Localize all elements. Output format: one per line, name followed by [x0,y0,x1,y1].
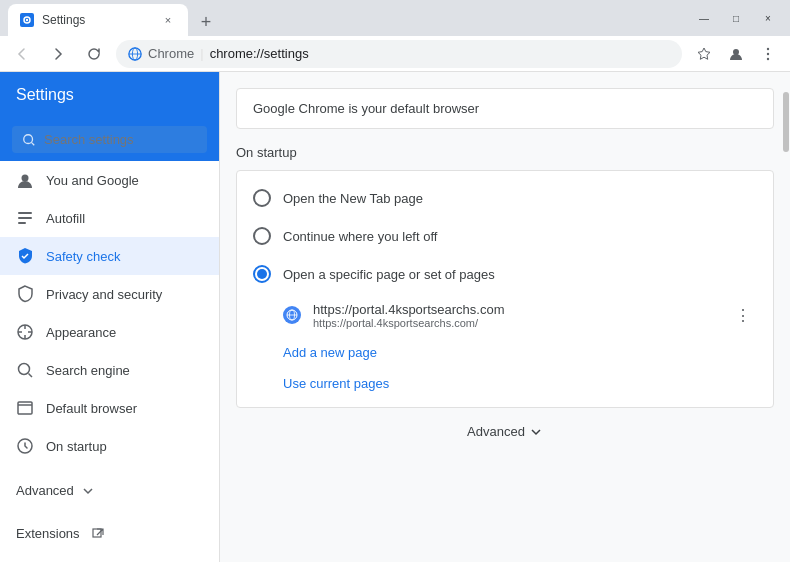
sidebar-item-you-google[interactable]: You and Google [0,161,219,199]
svg-point-16 [19,364,30,375]
sidebar-item-safety-check[interactable]: Safety check [0,237,219,275]
forward-button[interactable] [44,40,72,68]
scrollbar[interactable] [782,72,790,562]
address-actions [690,40,782,68]
startup-icon [16,437,34,455]
url-separator: | [200,46,203,61]
new-tab-button[interactable]: + [192,8,220,36]
page-url-info: https://portal.4ksportsearchs.com https:… [313,302,717,329]
tab-close-button[interactable]: × [160,12,176,28]
svg-line-17 [29,374,33,378]
sidebar-item-label: Safety check [46,249,120,264]
radio-label-specific-page: Open a specific page or set of pages [283,267,495,282]
bookmark-button[interactable] [690,40,718,68]
sidebar-item-extensions[interactable]: Extensions [0,516,219,551]
default-browser-text: Google Chrome is your default browser [253,101,479,116]
use-current-anchor[interactable]: Use current pages [283,376,389,391]
sidebar-item-label: You and Google [46,173,139,188]
radio-continue[interactable]: Continue where you left off [237,217,773,255]
autofill-icon [16,209,34,227]
browser-icon [16,399,34,417]
on-startup-title: On startup [236,145,774,160]
svg-rect-13 [18,217,32,219]
advanced-button-label: Advanced [467,424,525,439]
default-browser-banner: Google Chrome is your default browser [236,88,774,129]
profile-button[interactable] [722,40,750,68]
svg-point-9 [24,134,33,143]
sidebar-item-on-startup[interactable]: On startup [0,427,219,465]
sidebar-item-default-browser[interactable]: Default browser [0,389,219,427]
sidebar-item-label: Privacy and security [46,287,162,302]
radio-circle-new-tab [253,189,271,207]
content-area: Google Chrome is your default browser On… [220,72,790,562]
forward-icon [50,46,66,62]
search-icon [22,133,36,147]
svg-point-8 [767,57,769,59]
advanced-button[interactable]: Advanced [236,424,774,439]
browser-frame: Settings × + — □ × Chrome | chrome://set… [0,0,790,562]
radio-circle-continue [253,227,271,245]
sidebar-advanced-section[interactable]: Advanced [0,473,219,508]
privacy-icon [16,285,34,303]
advanced-label: Advanced [16,483,74,498]
add-page-anchor[interactable]: Add a new page [283,345,377,360]
startup-card: Open the New Tab page Continue where you… [236,170,774,408]
sidebar: Settings You and Google Aut [0,72,220,562]
external-link-icon [92,528,104,540]
search-engine-icon [16,361,34,379]
back-button[interactable] [8,40,36,68]
svg-point-11 [22,175,29,182]
use-current-link: Use current pages [237,368,773,399]
reload-button[interactable] [80,40,108,68]
window-controls: — □ × [690,4,782,32]
person-icon [728,46,744,62]
title-bar: Settings × + — □ × [0,0,790,36]
settings-icon [22,15,32,25]
sidebar-header: Settings [0,72,219,118]
person-icon [16,171,34,189]
svg-point-1 [26,19,28,21]
url-bar[interactable]: Chrome | chrome://settings [116,40,682,68]
main-layout: Settings You and Google Aut [0,72,790,562]
page-url-main: https://portal.4ksportsearchs.com [313,302,717,317]
sidebar-item-label: On startup [46,439,107,454]
sidebar-item-label: Appearance [46,325,116,340]
radio-label-continue: Continue where you left off [283,229,437,244]
tab-favicon [20,13,34,27]
menu-button[interactable] [754,40,782,68]
url-protocol: Chrome [148,46,194,61]
sidebar-item-about-chrome[interactable]: About Chrome [0,551,219,562]
sidebar-item-search-engine[interactable]: Search engine [0,351,219,389]
page-favicon [283,306,301,324]
globe-small-icon [286,309,298,321]
address-bar: Chrome | chrome://settings [0,36,790,72]
search-input[interactable] [44,132,197,147]
page-url-sub: https://portal.4ksportsearchs.com/ [313,317,717,329]
radio-specific-page[interactable]: Open a specific page or set of pages [237,255,773,293]
restore-button[interactable]: □ [722,4,750,32]
scrollbar-thumb[interactable] [783,92,789,152]
tab-title: Settings [42,13,85,27]
back-icon [14,46,30,62]
active-tab[interactable]: Settings × [8,4,188,36]
tab-bar: Settings × + [8,0,220,36]
chevron-down-icon [529,425,543,439]
page-menu-button[interactable]: ⋮ [729,301,757,329]
sidebar-title: Settings [16,86,74,103]
sidebar-item-label: Default browser [46,401,137,416]
sidebar-item-appearance[interactable]: Appearance [0,313,219,351]
shield-icon [16,247,34,265]
dots-icon [760,46,776,62]
minimize-button[interactable]: — [690,4,718,32]
radio-new-tab[interactable]: Open the New Tab page [237,179,773,217]
url-path: chrome://settings [210,46,309,61]
close-button[interactable]: × [754,4,782,32]
globe-icon [128,47,142,61]
extensions-label: Extensions [16,526,80,541]
sidebar-item-label: Search engine [46,363,130,378]
sidebar-item-privacy-security[interactable]: Privacy and security [0,275,219,313]
svg-line-10 [32,142,35,145]
sidebar-item-autofill[interactable]: Autofill [0,199,219,237]
svg-rect-18 [18,402,32,414]
chevron-down-icon [82,485,94,497]
